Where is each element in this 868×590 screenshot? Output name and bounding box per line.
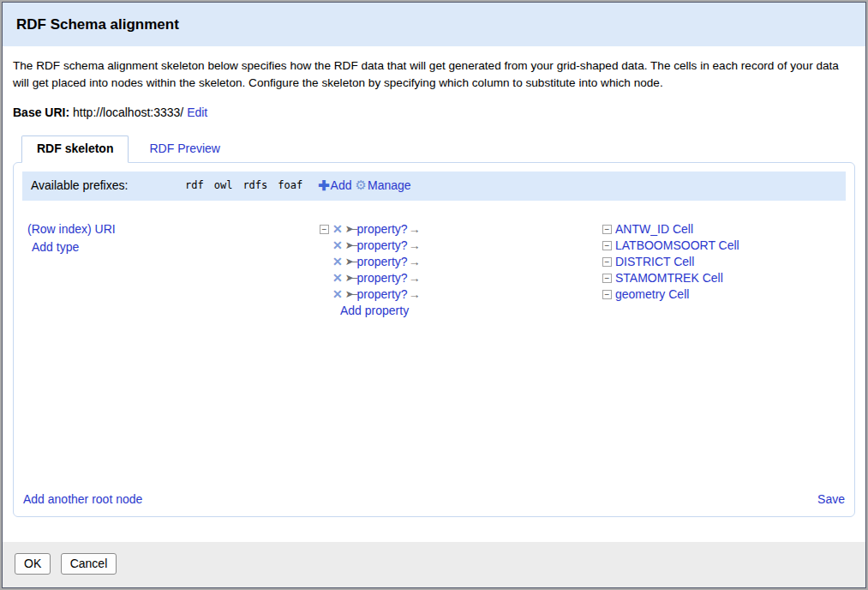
- cell-row: − STAMOMTREK Cell: [602, 270, 841, 286]
- root-node-link[interactable]: (Row index) URI: [27, 222, 116, 236]
- tab-rdf-skeleton[interactable]: RDF skeleton: [21, 135, 129, 163]
- collapse-toggle-icon[interactable]: −: [602, 274, 612, 283]
- collapse-toggle-icon[interactable]: −: [602, 241, 612, 250]
- prefix-bar: Available prefixes: rdf owl rdfs foaf ✚A…: [22, 172, 846, 201]
- collapse-toggle-icon[interactable]: −: [602, 290, 612, 299]
- property-link[interactable]: property?: [356, 271, 407, 285]
- cell-node-link[interactable]: DISTRICT Cell: [615, 255, 694, 268]
- intro-text: The RDF schema alignment skeleton below …: [13, 57, 855, 93]
- property-row: − ✕ ➤– property? →: [320, 221, 602, 238]
- prefixes-label: Available prefixes:: [31, 178, 185, 192]
- add-root-node-link[interactable]: Add another root node: [23, 492, 142, 506]
- gear-icon: ⚙: [356, 178, 367, 193]
- dialog-body: The RDF schema alignment skeleton below …: [3, 46, 865, 535]
- cell-node-link[interactable]: STAMOMTREK Cell: [615, 271, 723, 285]
- delete-property-icon[interactable]: ✕: [332, 238, 343, 252]
- arrow-start-icon: ➤–: [345, 272, 356, 284]
- add-prefix-button[interactable]: ✚Add: [318, 178, 351, 194]
- base-uri-value: http://localhost:3333/: [73, 105, 183, 119]
- save-link[interactable]: Save: [817, 492, 845, 506]
- delete-property-icon[interactable]: ✕: [332, 222, 343, 236]
- skeleton-tree: (Row index) URI Add type − ✕ ➤– property…: [14, 209, 854, 319]
- arrow-start-icon: ➤–: [345, 239, 356, 251]
- arrow-end-icon: →: [409, 271, 421, 285]
- skeleton-panel: Available prefixes: rdf owl rdfs foaf ✚A…: [13, 162, 855, 517]
- dialog-title: RDF Schema alignment: [3, 3, 865, 46]
- arrow-start-icon: ➤–: [345, 223, 356, 235]
- ok-button[interactable]: OK: [15, 553, 51, 575]
- prefix-item: rdf: [185, 179, 204, 191]
- arrow-end-icon: →: [409, 255, 421, 268]
- property-link[interactable]: property?: [356, 238, 407, 252]
- delete-property-icon[interactable]: ✕: [332, 271, 343, 285]
- add-property-link[interactable]: Add property: [340, 304, 409, 317]
- property-link[interactable]: property?: [356, 287, 407, 301]
- cell-row: − ANTW_ID Cell: [602, 221, 841, 238]
- cancel-button[interactable]: Cancel: [61, 553, 117, 575]
- prefix-item: rdfs: [242, 179, 267, 191]
- prefix-list: rdf owl rdfs foaf: [185, 179, 302, 191]
- manage-prefixes-button[interactable]: ⚙Manage: [356, 178, 411, 193]
- collapse-toggle-icon[interactable]: −: [602, 225, 612, 234]
- cells-column: − ANTW_ID Cell − LATBOOMSOORT Cell − DIS…: [602, 221, 841, 319]
- delete-property-icon[interactable]: ✕: [332, 255, 343, 268]
- base-uri-row: Base URI: http://localhost:3333/ Edit: [13, 105, 855, 119]
- base-uri-label: Base URI:: [13, 105, 69, 119]
- cell-node-link[interactable]: ANTW_ID Cell: [615, 222, 693, 236]
- delete-property-icon[interactable]: ✕: [332, 287, 343, 301]
- property-link[interactable]: property?: [356, 222, 407, 236]
- root-node-column: (Row index) URI Add type: [27, 221, 320, 319]
- arrow-end-icon: →: [409, 238, 421, 252]
- cell-node-link[interactable]: geometry Cell: [615, 287, 689, 301]
- collapse-toggle-icon[interactable]: −: [320, 225, 329, 234]
- arrow-start-icon: ➤–: [345, 256, 356, 268]
- property-row: ✕ ➤– property? →: [320, 238, 602, 254]
- collapse-toggle-icon[interactable]: −: [602, 257, 612, 267]
- cell-row: − geometry Cell: [602, 286, 841, 303]
- property-row: ✕ ➤– property? →: [320, 270, 602, 286]
- dialog-footer: OK Cancel: [3, 542, 865, 587]
- property-row: ✕ ➤– property? →: [320, 254, 602, 270]
- property-row: ✕ ➤– property? →: [320, 286, 602, 303]
- manage-prefixes-label: Manage: [368, 178, 411, 192]
- add-prefix-label: Add: [331, 178, 352, 192]
- plus-icon: ✚: [318, 178, 329, 194]
- base-uri-edit-link[interactable]: Edit: [187, 105, 207, 119]
- arrow-end-icon: →: [409, 287, 421, 301]
- tab-bar: RDF skeleton RDF Preview: [13, 135, 855, 162]
- property-link[interactable]: property?: [356, 255, 407, 268]
- prefix-item: foaf: [278, 179, 302, 191]
- cell-node-link[interactable]: LATBOOMSOORT Cell: [615, 238, 739, 252]
- prefix-item: owl: [214, 179, 233, 191]
- tab-rdf-preview[interactable]: RDF Preview: [129, 136, 234, 162]
- add-type-link[interactable]: Add type: [32, 240, 79, 254]
- arrow-end-icon: →: [409, 222, 421, 236]
- cell-row: − DISTRICT Cell: [602, 254, 841, 270]
- arrow-start-icon: ➤–: [345, 288, 356, 300]
- rdf-schema-alignment-dialog: RDF Schema alignment The RDF schema alig…: [2, 2, 866, 588]
- properties-column: − ✕ ➤– property? → ✕ ➤– property? →: [320, 221, 602, 319]
- cell-row: − LATBOOMSOORT Cell: [602, 238, 841, 254]
- panel-bottom-bar: Add another root node Save: [14, 485, 854, 516]
